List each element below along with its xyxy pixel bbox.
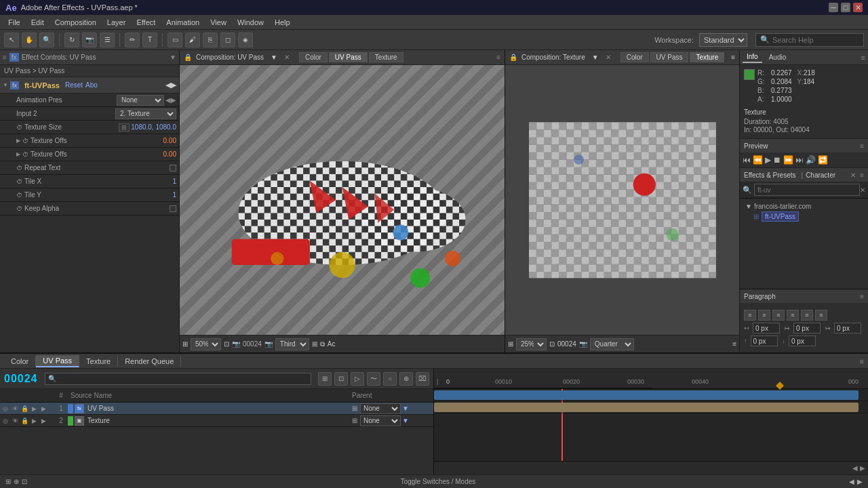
comp-texture-color-tab[interactable]: Color [620, 52, 649, 62]
tile-x-value[interactable]: 1 [172, 178, 176, 185]
layer-row-1[interactable]: ◎ 👁 🔒 ▶ ▶ 1 fx UV Pass ⊞ None ▼ [0, 403, 433, 415]
comp-uv-snapshot-btn[interactable]: 📷 [232, 340, 240, 348]
layer-2-name[interactable]: Texture [86, 417, 352, 424]
tl-texture-tab[interactable]: Texture [79, 356, 118, 367]
offs2-collapse[interactable]: ▶ [16, 151, 20, 157]
zoom-in-btn[interactable]: ▶ [860, 464, 865, 472]
tl-uvpass-tab[interactable]: UV Pass [36, 355, 79, 367]
justify-btn[interactable]: ≡ [787, 310, 799, 321]
preview-first-btn[interactable]: ⏮ [743, 155, 751, 165]
hand-tool[interactable]: ✋ [22, 33, 37, 47]
layer-1-name[interactable]: UV Pass [86, 405, 352, 412]
animation-pres-select[interactable]: None [117, 95, 164, 106]
layer-2-parent-pick[interactable]: ▼ [402, 417, 409, 424]
about-button[interactable]: Abo [85, 81, 98, 89]
tl-btn2[interactable]: ⊡ [334, 372, 348, 386]
comp-texture-resolution-icon[interactable]: ⊞ [508, 340, 513, 348]
texture-offs1-value[interactable]: 0.00 [163, 137, 176, 144]
menu-edit[interactable]: Edit [26, 17, 50, 28]
preview-last-btn[interactable]: ⏭ [795, 155, 804, 165]
pen-tool[interactable]: ✏ [125, 33, 140, 47]
comp-texture-options[interactable]: ≡ [731, 54, 735, 61]
panel-menu-icon[interactable]: ≡ [3, 54, 7, 61]
comp-texture-view-select[interactable]: Quarter [590, 338, 634, 350]
layer-2-expand[interactable]: ▶ [30, 417, 38, 425]
comp-uv-uvpass-tab[interactable]: UV Pass [329, 52, 368, 62]
comp-texture-zoom-select[interactable]: 25% [516, 338, 547, 350]
close-btn[interactable]: ✕ [853, 3, 863, 12]
info-panel-options[interactable]: ≡ [861, 54, 865, 62]
tl-expr-btn[interactable]: ○ [383, 372, 397, 386]
section-expand-icon[interactable]: ◀▶ [165, 81, 176, 89]
effects-search-input[interactable] [754, 184, 860, 196]
indent-3-input[interactable] [834, 323, 861, 333]
menu-effect[interactable]: Effect [131, 17, 161, 28]
comp-uv-overlay-btn[interactable]: ⧉ [320, 340, 325, 348]
layer-2-lock[interactable]: 🔒 [20, 417, 28, 425]
effects-options[interactable]: ≡ [860, 171, 864, 179]
preview-loop-btn[interactable]: 🔁 [818, 155, 828, 165]
reset-button[interactable]: Reset [65, 81, 83, 89]
preview-prev-btn[interactable]: ⏪ [753, 155, 763, 165]
camera-tool[interactable]: 📷 [82, 33, 97, 47]
menu-view[interactable]: View [205, 17, 232, 28]
spacing-before-input[interactable] [751, 336, 778, 346]
tl-nav-right[interactable]: ▶ [857, 478, 863, 485]
comp-texture-dropdown[interactable]: ▼ [592, 54, 599, 61]
plugin-label[interactable]: ft-UVPass [762, 211, 799, 222]
indent-left-input[interactable] [753, 323, 780, 333]
preview-play-btn[interactable]: ▶ [765, 155, 771, 165]
shape-tool[interactable]: ▭ [167, 33, 182, 47]
tl-options-btn[interactable]: ≡ [860, 357, 864, 365]
comp-uv-dropdown[interactable]: ▼ [271, 54, 277, 61]
timeline-search[interactable] [45, 373, 312, 385]
tl-motion-btn[interactable]: 〜 [367, 372, 380, 386]
menu-file[interactable]: File [3, 17, 26, 28]
comp-uv-texture-tab[interactable]: Texture [369, 52, 403, 62]
panel-options-icon[interactable]: ▼ [170, 54, 176, 61]
anim-next-btn[interactable]: ▶ [171, 96, 176, 104]
puppet-tool[interactable]: ◈ [238, 33, 253, 47]
effects-close[interactable]: ✕ [850, 171, 856, 179]
comp-texture-camera-btn[interactable]: 📷 [579, 340, 587, 348]
menu-help[interactable]: Help [269, 17, 296, 28]
repeat-text-checkbox[interactable] [170, 165, 176, 171]
plugin-item[interactable]: ⊞ ft-UVPass [743, 211, 865, 222]
layer-2-vis[interactable]: 👁 [11, 417, 19, 425]
spacing-after-input[interactable] [789, 336, 816, 346]
align-center-btn[interactable]: ≡ [758, 310, 770, 321]
tl-snap-btn[interactable]: ⊕ [399, 372, 413, 386]
align-left-btn[interactable]: ≡ [744, 310, 756, 321]
zoom-tool[interactable]: 🔍 [39, 33, 54, 47]
keep-alpha-checkbox[interactable] [170, 205, 176, 212]
layer-2-parent-select[interactable]: None [360, 415, 401, 426]
character-tab[interactable]: Character [806, 171, 835, 179]
comp-uv-zoom-select[interactable]: 50% [191, 338, 221, 350]
text-tool[interactable]: T [142, 33, 157, 47]
layer-2-solo[interactable]: ◎ [1, 417, 9, 425]
comp-texture-options-btn[interactable]: ≡ [732, 340, 736, 348]
tl-bottom-btn2[interactable]: ⊕ [14, 478, 19, 485]
comp-uv-resolution-icon[interactable]: ⊞ [182, 340, 188, 348]
comp-texture-uvpass-tab[interactable]: UV Pass [650, 52, 689, 62]
menu-composition[interactable]: Composition [50, 17, 102, 28]
tl-comp-btn[interactable]: ⌧ [416, 372, 429, 386]
preview-next-btn[interactable]: ⏩ [783, 155, 793, 165]
tl-renderqueue-tab[interactable]: Render Queue [118, 356, 181, 367]
layer-1-parent-pick[interactable]: ▼ [402, 405, 409, 412]
vendor-item[interactable]: ▼ francois-tarlier.com [743, 201, 865, 211]
clone-tool[interactable]: ⎘ [203, 33, 218, 47]
search-input[interactable] [772, 36, 859, 44]
rotate-tool[interactable]: ↻ [64, 33, 79, 47]
layer-1-expand2[interactable]: ▶ [39, 405, 47, 413]
texture-size-value[interactable]: 1080.0, 1080.0 [131, 123, 176, 131]
comp-texture-fit-btn[interactable]: ⊡ [549, 340, 555, 348]
layer-1-lock[interactable]: 🔒 [20, 405, 28, 413]
anim-prev-btn[interactable]: ◀ [165, 96, 171, 104]
tl-nav-left[interactable]: ◀ [849, 478, 854, 485]
minimize-btn[interactable]: ─ [829, 3, 838, 12]
tl-btn1[interactable]: ⊞ [318, 372, 332, 386]
comp-texture-texture-tab[interactable]: Texture [690, 52, 724, 62]
comp-texture-lock[interactable]: 🔒 [509, 54, 517, 61]
comp-uv-camera-btn[interactable]: 📷 [264, 340, 273, 348]
